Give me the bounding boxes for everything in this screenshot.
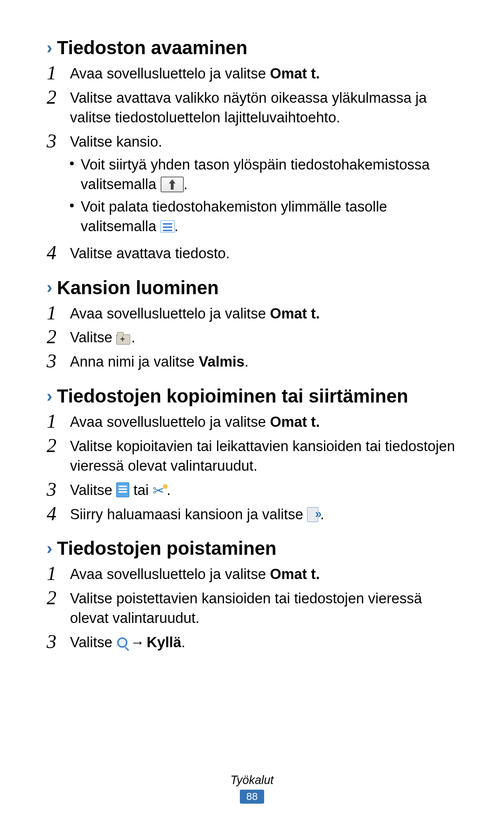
bullet-text: Voit palata tiedostohakemiston ylimmälle… bbox=[81, 197, 457, 236]
section-title: Tiedostojen kopioiminen tai siirtäminen bbox=[57, 386, 408, 407]
step-number: 1 bbox=[47, 63, 70, 83]
step-number: 2 bbox=[47, 327, 70, 346]
step-text: Valitse . bbox=[70, 327, 135, 347]
search-icon bbox=[116, 636, 128, 649]
step-text: Valitse poistettavien kansioiden tai tie… bbox=[70, 588, 457, 628]
step-number: 4 bbox=[47, 243, 70, 262]
bullet-text: Voit siirtyä yhden tason ylöspäin tiedos… bbox=[81, 155, 457, 194]
step-number: 3 bbox=[47, 351, 70, 371]
step-text: Valitse kopioitavien tai leikattavien ka… bbox=[70, 436, 457, 476]
section-heading: › Tiedostojen kopioiminen tai siirtämine… bbox=[47, 386, 457, 407]
step-list: 1 Avaa sovellusluettelo ja valitse Omat … bbox=[47, 303, 457, 372]
step-text: Siirry haluamaasi kansioon ja valitse . bbox=[70, 504, 324, 524]
section-heading: › Kansion luominen bbox=[47, 277, 457, 298]
step-text: Valitse kansio. Voit siirtyä yhden tason… bbox=[70, 131, 457, 239]
step-text: Avaa sovellusluettelo ja valitse Omat t. bbox=[70, 411, 320, 432]
chevron-right-icon: › bbox=[47, 540, 52, 557]
step-text: Avaa sovellusluettelo ja valitse Omat t. bbox=[70, 303, 320, 324]
home-list-icon bbox=[161, 220, 175, 233]
copy-icon bbox=[116, 482, 129, 497]
step-number: 2 bbox=[47, 588, 70, 608]
step-number: 3 bbox=[47, 480, 70, 499]
section-title: Kansion luominen bbox=[57, 277, 219, 298]
step-list: 1 Avaa sovellusluettelo ja valitse Omat … bbox=[47, 63, 457, 263]
step-text: Valitse tai . bbox=[70, 480, 171, 500]
paste-icon bbox=[307, 507, 320, 521]
step-text: Anna nimi ja valitse Valmis. bbox=[70, 351, 249, 372]
up-folder-icon bbox=[161, 177, 184, 192]
step-number: 2 bbox=[47, 436, 70, 455]
cut-icon bbox=[153, 483, 167, 496]
chevron-right-icon: › bbox=[47, 279, 52, 296]
page-footer: Työkalut 88 bbox=[0, 773, 504, 804]
section-heading: › Tiedoston avaaminen bbox=[47, 37, 457, 58]
step-text: Avaa sovellusluettelo ja valitse Omat t. bbox=[70, 63, 320, 84]
step-list: 1 Avaa sovellusluettelo ja valitse Omat … bbox=[47, 564, 457, 652]
step-number: 1 bbox=[47, 303, 70, 323]
step-number: 3 bbox=[47, 632, 70, 651]
chevron-right-icon: › bbox=[47, 388, 52, 405]
step-text: Valitse avattava valikko näytön oikeassa… bbox=[70, 87, 457, 127]
section-heading: › Tiedostojen poistaminen bbox=[47, 538, 457, 559]
step-number: 2 bbox=[47, 87, 70, 107]
manual-page: › Tiedoston avaaminen 1 Avaa sovelluslue… bbox=[0, 0, 504, 827]
section-title: Tiedoston avaaminen bbox=[57, 37, 247, 58]
step-text: Valitse avattava tiedosto. bbox=[70, 243, 230, 263]
bullet-icon bbox=[70, 162, 74, 165]
step-number: 3 bbox=[47, 131, 70, 151]
new-folder-icon bbox=[116, 332, 131, 344]
page-number: 88 bbox=[240, 790, 264, 804]
arrow-icon: → bbox=[130, 633, 145, 652]
footer-category: Työkalut bbox=[0, 773, 504, 787]
step-text: Valitse → Kyllä. bbox=[70, 632, 185, 652]
step-text: Avaa sovellusluettelo ja valitse Omat t. bbox=[70, 564, 320, 584]
section-title: Tiedostojen poistaminen bbox=[57, 538, 276, 559]
step-number: 1 bbox=[47, 564, 70, 583]
step-number: 1 bbox=[47, 411, 70, 431]
chevron-right-icon: › bbox=[47, 40, 52, 57]
step-list: 1 Avaa sovellusluettelo ja valitse Omat … bbox=[47, 411, 457, 524]
bullet-icon bbox=[70, 204, 74, 207]
bullet-list: Voit siirtyä yhden tason ylöspäin tiedos… bbox=[70, 155, 457, 236]
step-number: 4 bbox=[47, 504, 70, 523]
